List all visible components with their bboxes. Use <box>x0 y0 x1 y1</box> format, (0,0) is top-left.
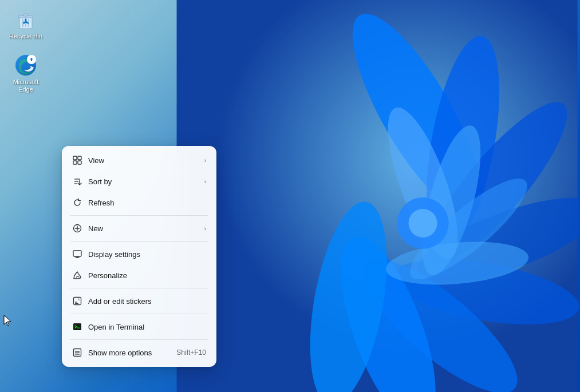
menu-item-new[interactable]: New › <box>64 218 214 239</box>
menu-item-view-label: View <box>88 156 199 165</box>
menu-item-more-options[interactable]: Show more options Shift+F10 <box>64 342 214 363</box>
new-arrow-icon: › <box>204 225 206 232</box>
more-options-shortcut: Shift+F10 <box>176 349 206 357</box>
svg-rect-26 <box>78 161 81 164</box>
recycle-bin-icon[interactable]: Recycle Bin <box>6 6 46 42</box>
separator-4 <box>70 314 208 314</box>
menu-item-more-label: Show more options <box>88 349 171 357</box>
separator-1 <box>70 215 208 216</box>
sort-arrow-icon: › <box>204 179 206 185</box>
svg-rect-39 <box>73 323 81 330</box>
svg-rect-25 <box>73 161 77 164</box>
menu-item-personalize[interactable]: Personalize <box>64 265 214 286</box>
menu-item-stickers[interactable]: Add or edit stickers <box>64 291 214 311</box>
menu-item-view[interactable]: View › <box>64 150 214 171</box>
separator-5 <box>70 339 208 340</box>
sort-icon <box>72 176 82 187</box>
personalize-icon <box>72 270 82 280</box>
more-options-icon <box>72 347 82 358</box>
menu-item-display-label: Display settings <box>88 250 206 259</box>
context-menu: View › Sort by › Refresh <box>62 146 216 367</box>
wallpaper-svg <box>174 0 580 392</box>
recycle-bin-image <box>14 8 37 31</box>
separator-3 <box>70 288 208 288</box>
svg-rect-17 <box>23 14 28 16</box>
menu-item-terminal[interactable]: Open in Terminal <box>64 316 214 337</box>
terminal-icon <box>72 322 82 332</box>
svg-rect-24 <box>78 156 81 160</box>
menu-item-new-label: New <box>88 224 199 233</box>
edge-label: Microsoft Edge <box>8 78 44 93</box>
display-icon <box>72 249 82 259</box>
menu-item-terminal-label: Open in Terminal <box>88 323 206 331</box>
new-icon <box>72 223 82 233</box>
view-icon <box>72 155 82 165</box>
edge-image <box>14 54 37 77</box>
menu-item-stickers-label: Add or edit stickers <box>88 297 206 306</box>
desktop-icons-container: Recycle Bin <box>6 6 46 96</box>
svg-rect-33 <box>73 251 81 256</box>
menu-item-sort-by[interactable]: Sort by › <box>64 171 214 192</box>
mouse-cursor <box>3 315 10 325</box>
svg-rect-23 <box>73 156 77 160</box>
menu-item-refresh-label: Refresh <box>88 199 206 207</box>
menu-item-sort-label: Sort by <box>88 177 199 186</box>
separator-2 <box>70 241 208 241</box>
menu-item-refresh[interactable]: Refresh <box>64 192 214 213</box>
recycle-bin-label: Recycle Bin <box>9 33 42 40</box>
stickers-icon <box>72 296 82 306</box>
svg-point-14 <box>408 209 437 237</box>
menu-item-personalize-label: Personalize <box>88 271 206 280</box>
refresh-icon <box>72 197 82 208</box>
view-arrow-icon: › <box>204 157 206 164</box>
menu-item-display-settings[interactable]: Display settings <box>64 244 214 264</box>
microsoft-edge-icon[interactable]: Microsoft Edge <box>6 52 46 96</box>
